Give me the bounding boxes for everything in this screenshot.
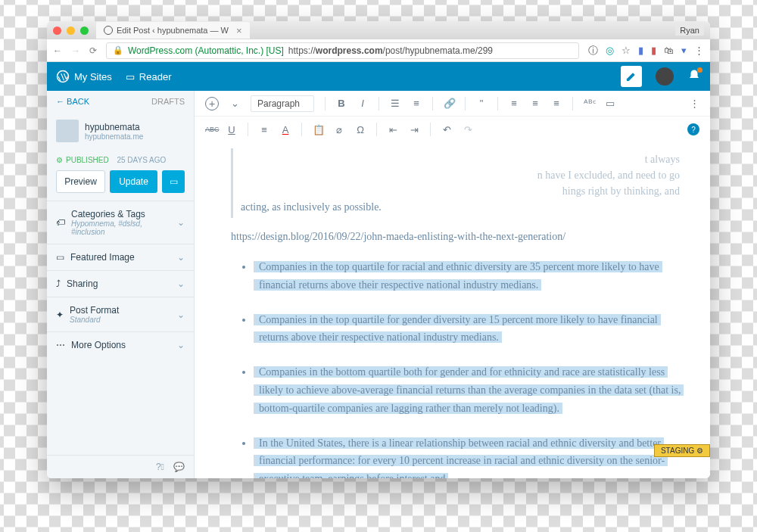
browser-extensions: ⓘ ◎ ☆ ▮ ▮ 🛍 ▾ ⋮ xyxy=(588,44,704,58)
notifications-icon[interactable] xyxy=(687,69,701,85)
underline-icon[interactable]: U xyxy=(226,124,237,135)
ext1-icon[interactable]: ▮ xyxy=(638,45,643,56)
toolbar-primary: + ⌄ Paragraph B I ☰ ≡ 🔗 " ≡ ≡ ≡ ᴬᴮᶜ ▭ xyxy=(195,91,710,117)
avatar[interactable] xyxy=(656,67,674,86)
align-justify-icon[interactable]: ≡ xyxy=(259,124,269,135)
undo-icon[interactable]: ↶ xyxy=(441,124,452,135)
drafts-link[interactable]: DRAFTS xyxy=(151,97,185,106)
forward-icon[interactable]: → xyxy=(71,45,80,56)
align-center-icon[interactable]: ≡ xyxy=(530,98,540,109)
profile-badge[interactable]: Ryan xyxy=(675,25,704,36)
main: ← BACK DRAFTS hypubnemata hypubnemata.me… xyxy=(47,91,710,478)
italic-icon[interactable]: I xyxy=(357,98,368,109)
ellipsis-icon: ⋯ xyxy=(56,340,65,350)
tab-title: Edit Post ‹ hypubnemata — W xyxy=(117,26,229,35)
url-text: https://wordpress.com/post/hypubnemata.m… xyxy=(288,45,493,56)
tab-close-icon[interactable]: × xyxy=(236,25,242,36)
reload-icon[interactable]: ⟳ xyxy=(89,45,97,56)
site-switcher[interactable]: hypubnemata hypubnemata.me xyxy=(47,112,194,150)
calendar-icon: ▭ xyxy=(170,176,178,187)
chevron-down-icon: ⌄ xyxy=(177,217,185,228)
more-menu-icon[interactable]: ⋮ xyxy=(690,98,699,109)
list-item: Companies in the top quartile for gender… xyxy=(254,311,687,347)
star-icon[interactable]: ☆ xyxy=(621,45,631,56)
chevron-down-icon: ⌄ xyxy=(177,278,185,289)
svg-point-1 xyxy=(58,71,69,82)
insert-button[interactable]: + xyxy=(205,97,219,110)
editor: + ⌄ Paragraph B I ☰ ≡ 🔗 " ≡ ≡ ≡ ᴬᴮᶜ ▭ xyxy=(195,91,710,478)
blockquote: t always n have I excluded, and need to … xyxy=(231,148,687,218)
special-char-icon[interactable]: Ω xyxy=(355,124,366,135)
panel-sharing[interactable]: ⤴ Sharing ⌄ xyxy=(47,270,194,297)
share-icon: ⤴ xyxy=(56,278,61,289)
minimize-icon[interactable] xyxy=(67,26,75,35)
chevron-down-icon[interactable]: ⌄ xyxy=(229,98,240,109)
collapse-icon[interactable]: ▭ xyxy=(605,98,615,109)
window-controls xyxy=(53,26,89,35)
quote-icon[interactable]: " xyxy=(476,98,487,109)
panel-more-options[interactable]: ⋯ More Options ⌄ xyxy=(47,331,194,358)
bullet-list: Companies in the top quartile for racial… xyxy=(231,258,687,478)
browser-window: Edit Post ‹ hypubnemata — W × Ryan ← → ⟳… xyxy=(47,21,710,478)
site-thumbnail xyxy=(56,120,79,142)
indent-icon[interactable]: ⇥ xyxy=(409,124,419,135)
spellcheck-icon[interactable]: ᴬᴮᶜ xyxy=(584,98,594,109)
help-button[interactable]: ? xyxy=(687,123,699,135)
preview-button[interactable]: Preview xyxy=(56,170,105,193)
list-item: Companies in the bottom quartile both fo… xyxy=(254,363,687,417)
site-name: hypubnemata xyxy=(85,122,143,132)
back-button[interactable]: ← BACK xyxy=(56,97,89,106)
lock-icon: 🔒 xyxy=(113,45,123,55)
editor-content[interactable]: t always n have I excluded, and need to … xyxy=(195,142,710,478)
new-post-button[interactable] xyxy=(621,66,642,87)
url-bar: ← → ⟳ 🔒 WordPress.com (Automattic, Inc.)… xyxy=(47,39,710,62)
tag-icon: 🏷 xyxy=(56,217,65,228)
maximize-icon[interactable] xyxy=(80,26,89,35)
align-left-icon[interactable]: ≡ xyxy=(509,98,519,109)
ext3-icon[interactable]: 🛍 xyxy=(664,45,674,56)
chevron-down-icon: ⌄ xyxy=(177,252,185,263)
ext4-icon[interactable]: ▾ xyxy=(681,45,687,56)
target-icon[interactable]: ◎ xyxy=(606,45,614,56)
bullet-list-icon[interactable]: ☰ xyxy=(390,98,400,109)
ssl-company: WordPress.com (Automattic, Inc.) [US] xyxy=(128,45,284,56)
block-format-select[interactable]: Paragraph xyxy=(251,95,314,112)
source-link[interactable]: https://design.blog/2016/09/22/john-maed… xyxy=(231,229,687,244)
outdent-icon[interactable]: ⇤ xyxy=(388,124,398,135)
panel-categories[interactable]: 🏷 Categories & Tags Hypomnema, #dslsd, #… xyxy=(47,201,194,244)
publish-status: ⚙ PUBLISHED 25 DAYS AGO xyxy=(47,150,194,170)
reader-link[interactable]: ▭ Reader xyxy=(126,71,172,82)
gear-icon: ⚙ xyxy=(56,156,63,164)
sidebar: ← BACK DRAFTS hypubnemata hypubnemata.me… xyxy=(47,91,195,478)
gear-icon[interactable]: ⚙ xyxy=(696,446,703,455)
update-button[interactable]: Update xyxy=(110,170,157,193)
close-icon[interactable] xyxy=(53,26,61,35)
paste-icon[interactable]: 📋 xyxy=(313,124,323,135)
ext2-icon[interactable]: ▮ xyxy=(651,45,656,56)
my-sites-link[interactable]: My Sites xyxy=(56,70,112,83)
clear-format-icon[interactable]: ⌀ xyxy=(334,124,344,135)
info-icon[interactable]: ⓘ xyxy=(588,44,598,58)
reader-icon: ▭ xyxy=(126,71,135,82)
panel-featured-image[interactable]: ▭ Featured Image ⌄ xyxy=(47,244,194,270)
bold-icon[interactable]: B xyxy=(336,98,347,109)
redo-icon[interactable]: ↷ xyxy=(463,124,473,135)
browser-tab[interactable]: Edit Post ‹ hypubnemata — W × xyxy=(96,22,250,39)
address-input[interactable]: 🔒 WordPress.com (Automattic, Inc.) [US] … xyxy=(106,42,579,59)
wp-topbar: My Sites ▭ Reader xyxy=(47,62,710,91)
staging-badge: STAGING ⚙ xyxy=(654,444,710,457)
wordpress-logo-icon xyxy=(56,70,70,83)
back-icon[interactable]: ← xyxy=(53,45,62,56)
number-list-icon[interactable]: ≡ xyxy=(411,98,422,109)
list-item: In the United States, there is a linear … xyxy=(254,434,687,478)
text-color-icon[interactable]: A xyxy=(280,124,291,135)
panel-post-format[interactable]: ✦ Post Format Standard ⌄ xyxy=(47,297,194,331)
menu-icon[interactable]: ⋮ xyxy=(694,45,704,56)
strikethrough-icon[interactable]: ABC xyxy=(205,126,216,133)
chat-icon[interactable]: 💬 xyxy=(173,462,185,472)
help-icon[interactable]: ?⃝ xyxy=(156,462,164,472)
schedule-button[interactable]: ▭ xyxy=(162,170,185,193)
align-right-icon[interactable]: ≡ xyxy=(551,98,562,109)
link-icon[interactable]: 🔗 xyxy=(444,98,454,109)
svg-point-0 xyxy=(104,26,113,35)
